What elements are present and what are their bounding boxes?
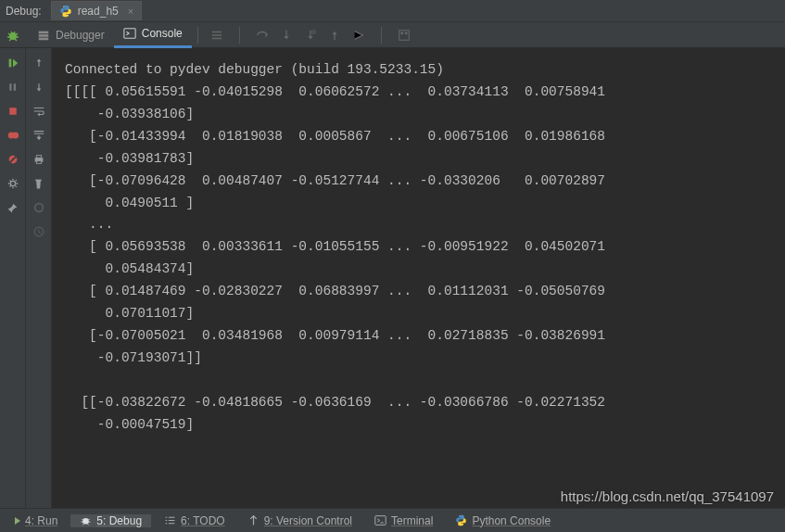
run-config-tab[interactable]: read_h5 × — [51, 1, 142, 20]
svg-rect-5 — [39, 37, 49, 40]
step-out-icon[interactable] — [327, 28, 342, 43]
svg-point-16 — [12, 133, 19, 139]
bottom-vcs[interactable]: 9: Version Control — [238, 514, 361, 527]
soft-wrap-icon[interactable] — [32, 104, 46, 119]
svg-rect-14 — [9, 108, 17, 115]
step-into-icon[interactable] — [279, 28, 294, 43]
bottom-toolbar: 4: Run 5: Debug 6: TODO 9: Version Contr… — [0, 508, 785, 532]
divider — [239, 27, 240, 44]
svg-point-24 — [83, 518, 90, 525]
bottom-debug[interactable]: 5: Debug — [70, 514, 151, 527]
tab-console[interactable]: Console — [114, 22, 192, 48]
svg-point-1 — [67, 15, 68, 16]
todo-icon — [164, 514, 176, 526]
svg-rect-11 — [8, 59, 11, 68]
watermark: https://blog.csdn.net/qq_37541097 — [561, 488, 774, 504]
svg-rect-22 — [35, 179, 42, 181]
svg-point-18 — [10, 181, 15, 185]
svg-rect-13 — [13, 83, 15, 91]
console-toolbar — [209, 27, 411, 44]
main-area: Connected to pydev debugger (build 193.5… — [0, 48, 785, 508]
settings-icon[interactable] — [6, 176, 20, 191]
svg-rect-3 — [39, 31, 49, 33]
step-over-icon[interactable] — [255, 28, 270, 43]
vcs-icon — [247, 514, 260, 526]
bottom-run[interactable]: 4: Run — [6, 514, 67, 527]
svg-rect-4 — [39, 34, 49, 37]
script-name: read_h5 — [78, 5, 119, 18]
pyconsole-icon — [455, 514, 467, 526]
console-gutter — [26, 48, 52, 508]
python-icon — [59, 5, 72, 18]
scroll-to-end-icon[interactable] — [32, 128, 46, 143]
pause-icon[interactable] — [6, 80, 20, 95]
pin-icon[interactable] — [6, 200, 20, 215]
svg-point-7 — [312, 30, 316, 33]
view-breakpoints-icon[interactable] — [6, 128, 20, 143]
evaluate-icon[interactable] — [397, 28, 411, 43]
debugger-subtab-bar: Debugger Console — [0, 22, 785, 48]
svg-rect-21 — [36, 161, 41, 164]
history-icon[interactable] — [32, 224, 46, 239]
clear-icon[interactable] — [32, 176, 46, 191]
resume-icon[interactable] — [6, 56, 20, 70]
terminal-icon — [374, 514, 386, 526]
svg-rect-20 — [36, 156, 41, 158]
close-icon[interactable]: × — [128, 6, 133, 17]
mute-breakpoints-icon[interactable] — [6, 152, 20, 167]
bottom-pyconsole[interactable]: Python Console — [446, 514, 560, 527]
down-icon[interactable] — [32, 80, 46, 95]
print-icon[interactable] — [32, 152, 46, 167]
up-icon[interactable] — [32, 56, 46, 70]
step-into-my-icon[interactable] — [303, 28, 318, 43]
bottom-terminal[interactable]: Terminal — [365, 514, 442, 527]
divider — [197, 27, 198, 44]
svg-rect-12 — [9, 83, 11, 91]
debug-tab-bar: Debug: read_h5 × — [0, 0, 785, 22]
show-python-prompt-icon[interactable] — [32, 200, 46, 215]
run-to-cursor-icon[interactable] — [351, 28, 366, 43]
run-icon — [15, 517, 20, 525]
tab-debugger-label: Debugger — [56, 29, 105, 42]
bug-small-icon — [80, 514, 92, 526]
svg-point-2 — [9, 32, 17, 40]
tab-console-label: Console — [142, 27, 183, 40]
svg-rect-8 — [399, 30, 410, 40]
left-gutter — [0, 48, 26, 508]
svg-point-0 — [63, 6, 64, 7]
menu-icon[interactable] — [209, 28, 224, 43]
divider — [381, 27, 382, 44]
tab-debugger[interactable]: Debugger — [28, 22, 114, 48]
console-icon — [123, 27, 136, 40]
bottom-todo[interactable]: 6: TODO — [155, 514, 234, 527]
stop-icon[interactable] — [6, 104, 20, 119]
console-output[interactable]: Connected to pydev debugger (build 193.5… — [52, 48, 785, 508]
frames-icon — [37, 29, 50, 42]
svg-rect-9 — [400, 32, 403, 34]
debug-label: Debug: — [6, 5, 42, 18]
svg-rect-10 — [405, 32, 408, 34]
bug-icon[interactable] — [6, 28, 20, 43]
